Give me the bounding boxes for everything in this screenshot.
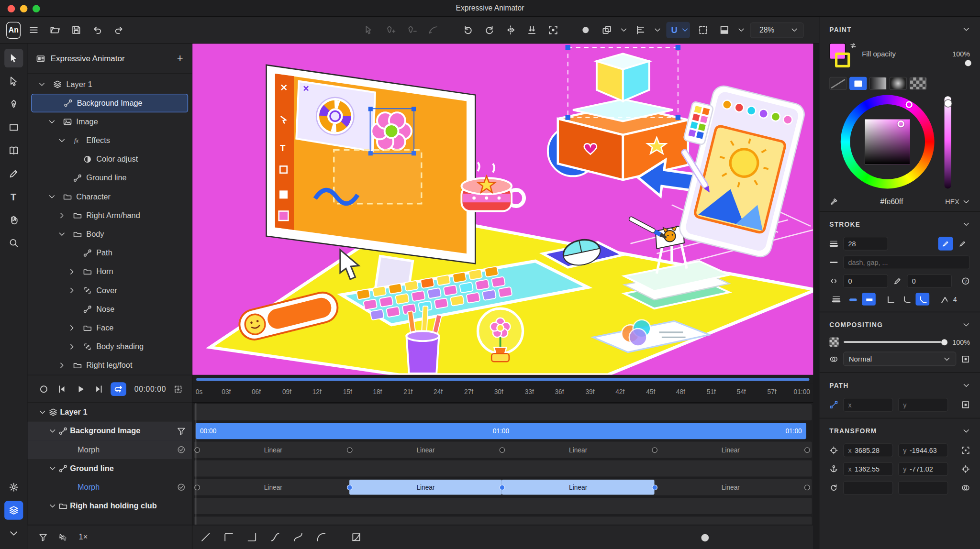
undo-button[interactable] (89, 22, 106, 38)
shape-library-tool[interactable] (4, 141, 22, 160)
tree-item-cover[interactable]: Cover (27, 281, 192, 300)
help-icon[interactable] (961, 277, 970, 285)
value-slider[interactable] (945, 96, 951, 188)
keyframe[interactable] (804, 484, 810, 490)
align-button[interactable] (633, 22, 649, 38)
marquee-select-button[interactable] (695, 22, 711, 38)
dash-pattern-field[interactable] (843, 255, 970, 269)
loop-toggle-button[interactable] (111, 382, 126, 396)
paint-none-button[interactable] (829, 77, 847, 90)
rotate-left-button[interactable] (460, 22, 476, 38)
app-logo[interactable]: An (6, 22, 21, 38)
isolate-blending-icon[interactable] (961, 354, 970, 363)
easing-label[interactable]: Linear (416, 483, 434, 491)
rotation-field[interactable] (843, 481, 893, 495)
join-bevel-button[interactable] (915, 293, 929, 306)
pen-tool[interactable] (4, 95, 22, 114)
color-format-select[interactable]: HEX (945, 198, 970, 206)
pencil-tool[interactable] (4, 165, 22, 183)
keyframe-selected[interactable] (652, 484, 657, 490)
path-section-header[interactable]: PATH (819, 373, 980, 398)
stroke-swatch[interactable] (835, 53, 850, 67)
timeline-zoom-knob[interactable] (701, 534, 709, 542)
main-menu-button[interactable] (26, 22, 42, 38)
easing-label[interactable]: Linear (264, 483, 282, 491)
timeline-layer-row[interactable]: Ground line (27, 459, 192, 478)
transform-section-header[interactable]: TRANSFORM (819, 418, 980, 443)
swap-fill-stroke-icon[interactable] (849, 42, 857, 50)
keyframe[interactable] (194, 447, 200, 453)
anchor-options-icon[interactable] (961, 465, 970, 473)
chevron-down-icon[interactable] (45, 115, 59, 129)
chevron-down-icon[interactable] (962, 382, 970, 389)
keyframe-track[interactable]: Linear Linear Linear Linear (194, 479, 812, 495)
chevron-right-icon[interactable] (55, 209, 69, 222)
chevron-down-icon[interactable] (49, 502, 56, 510)
easing-ease-in-out-icon[interactable] (266, 525, 284, 549)
timeline-property-row[interactable]: Morph (27, 478, 192, 496)
keyframe-selected[interactable] (346, 484, 352, 490)
rotate-right-button[interactable] (481, 22, 497, 38)
snap-icon[interactable] (961, 446, 970, 455)
tree-item-right-leg[interactable]: Right leg/foot (27, 356, 192, 374)
go-to-end-button[interactable] (92, 382, 105, 396)
hand-tool[interactable] (4, 210, 22, 229)
chevron-down-icon[interactable] (962, 26, 970, 33)
tree-item-body[interactable]: Body (27, 225, 192, 243)
group-button[interactable] (599, 22, 615, 38)
zoom-level-select[interactable]: 28% (750, 22, 803, 38)
easing-ease-in-icon[interactable] (243, 525, 261, 549)
tree-item-image[interactable]: Image (27, 112, 192, 131)
track-summary-bar[interactable] (194, 516, 812, 525)
paint-radial-gradient-button[interactable] (890, 77, 907, 90)
timeline-ruler[interactable]: 0s 03f 06f 09f 12f 15f 18f 21f 24f 27f 3… (192, 384, 813, 403)
stroke-align-field[interactable]: 0 (907, 274, 952, 288)
keyframe[interactable] (194, 484, 200, 490)
dash-offset-field[interactable]: 0 (843, 274, 888, 288)
slider-knob[interactable] (941, 338, 948, 346)
chevron-right-icon[interactable] (65, 340, 79, 354)
timeline-layer-row[interactable]: Background Image (27, 422, 192, 440)
add-scene-button[interactable]: + (177, 53, 183, 64)
convert-node-tool-button[interactable] (425, 22, 441, 38)
dash-pattern-input[interactable] (848, 259, 965, 266)
timeline-property-row[interactable]: Morph (27, 440, 192, 459)
keyframe[interactable] (346, 447, 352, 453)
paint-solid-button[interactable] (849, 77, 867, 90)
rectangle-tool[interactable] (4, 118, 22, 137)
sv-selector-dot[interactable] (898, 121, 904, 127)
easing-linear-icon[interactable] (196, 525, 215, 549)
select-tool[interactable] (4, 49, 22, 67)
compositing-section-header[interactable]: COMPOSITING (819, 312, 980, 337)
hscrollbar-thumb[interactable] (196, 378, 809, 381)
play-button[interactable] (74, 382, 87, 396)
fill-selection-button[interactable] (716, 22, 733, 38)
path-y-input[interactable] (903, 401, 943, 409)
keyframe[interactable] (499, 447, 505, 453)
layers-panel-toggle[interactable] (4, 501, 22, 520)
save-button[interactable] (68, 22, 85, 38)
stroke-section-header[interactable]: STROKE (819, 212, 980, 237)
chevron-down-icon[interactable] (45, 190, 59, 204)
playback-speed[interactable]: 1× (79, 533, 88, 541)
check-circle-icon[interactable] (177, 445, 186, 454)
open-file-button[interactable] (47, 22, 63, 38)
collapse-panel-button[interactable] (4, 524, 22, 543)
path-x-input[interactable] (848, 401, 888, 409)
track-options-icon[interactable] (177, 427, 186, 435)
chevron-right-icon[interactable] (55, 359, 69, 373)
canvas[interactable]: T (192, 44, 813, 374)
insert-keyframe-button[interactable] (172, 382, 184, 396)
chevron-down-icon[interactable] (962, 220, 970, 228)
filter-icon[interactable] (39, 533, 47, 541)
stroke-paint-brush-button[interactable] (955, 237, 970, 251)
paint-linear-gradient-button[interactable] (869, 77, 887, 90)
saturation-value-square[interactable] (865, 119, 910, 164)
timeline-layer-row[interactable]: Righ hand holding club (27, 496, 192, 515)
playhead[interactable] (196, 403, 196, 525)
paint-section-header[interactable]: PAINT (819, 17, 980, 42)
chevron-down-icon[interactable] (49, 465, 56, 472)
path-fill-rule-icon[interactable] (961, 400, 970, 409)
zoom-tool[interactable] (4, 233, 22, 252)
position-x-field[interactable]: x 3685.28 (843, 443, 893, 457)
